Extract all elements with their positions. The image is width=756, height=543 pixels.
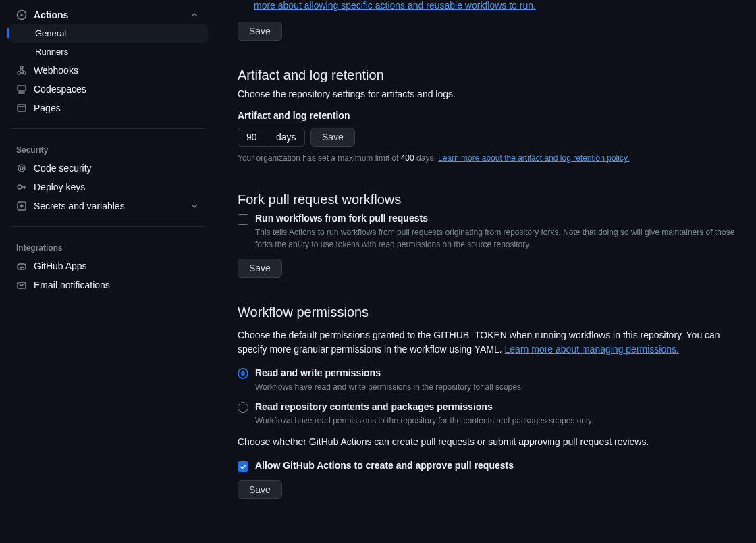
key-icon [16, 182, 27, 192]
run-fork-workflows-checkbox[interactable] [238, 214, 248, 225]
permissions-learn-more-link[interactable]: Learn more about managing permissions. [505, 344, 679, 355]
retention-field-label: Artifact and log retention [238, 110, 740, 121]
retention-learn-more-link[interactable]: Learn more about the artifact and log re… [438, 153, 629, 163]
sidebar-item-label: Code security [34, 163, 200, 174]
svg-point-8 [20, 167, 23, 170]
read-write-radio[interactable] [238, 368, 248, 379]
sidebar-item-actions[interactable]: Actions [8, 5, 208, 24]
svg-point-7 [18, 165, 25, 172]
sidebar-item-label: Codespaces [34, 84, 200, 95]
retention-unit: days [276, 132, 296, 143]
read-only-radio[interactable] [238, 402, 248, 413]
allow-create-approve-checkbox[interactable] [238, 461, 248, 472]
hubot-icon [16, 261, 27, 272]
sidebar-item-deploy-keys[interactable]: Deploy keys [8, 178, 208, 197]
sidebar-item-label: Secrets and variables [34, 201, 182, 211]
save-fork-button[interactable]: Save [238, 259, 282, 278]
checkbox-label: Run workflows from fork pull requests [255, 213, 740, 224]
svg-point-1 [20, 66, 23, 69]
section-description: Choose the repository settings for artif… [238, 88, 740, 99]
workflow-permissions-section: Workflow permissions Choose the default … [238, 305, 740, 499]
approve-description: Choose whether GitHub Actions can create… [238, 435, 740, 449]
artifact-retention-section: Artifact and log retention Choose the re… [238, 68, 740, 165]
radio-description: Workflows have read and write permission… [255, 381, 523, 393]
codespaces-icon [16, 84, 27, 95]
sidebar-item-codespaces[interactable]: Codespaces [8, 80, 208, 99]
check-icon [239, 463, 247, 471]
save-permissions-button[interactable]: Save [238, 480, 282, 499]
sidebar-item-webhooks[interactable]: Webhooks [8, 61, 208, 80]
radio-label: Read repository contents and packages pe… [255, 401, 593, 412]
checkbox-label: Allow GitHub Actions to create and appro… [255, 460, 514, 471]
save-button[interactable]: Save [238, 22, 282, 41]
shield-icon [16, 163, 27, 174]
learn-more-actions-link[interactable]: more about allowing specific actions and… [254, 0, 536, 11]
sidebar-item-pages[interactable]: Pages [8, 99, 208, 118]
radio-label: Read and write permissions [255, 367, 523, 378]
section-heading: Fork pull request workflows [238, 192, 740, 207]
sidebar-item-label: Pages [34, 103, 200, 113]
mail-icon [16, 280, 27, 290]
sidebar-group-integrations: Integrations [5, 238, 211, 257]
sidebar-item-label: GitHub Apps [34, 261, 200, 272]
chevron-down-icon [189, 201, 200, 211]
retention-days-input-wrapper: days [238, 128, 305, 147]
chevron-up-icon [189, 9, 200, 20]
section-heading: Artifact and log retention [238, 68, 740, 83]
svg-rect-4 [18, 86, 26, 90]
fork-workflows-section: Fork pull request workflows Run workflow… [238, 192, 740, 278]
sidebar-item-label: Webhooks [34, 65, 200, 76]
sidebar-subitem-runners[interactable]: Runners [9, 43, 208, 61]
retention-days-input[interactable] [246, 132, 267, 143]
save-retention-button[interactable]: Save [310, 128, 355, 147]
main-content: more about allowing specific actions and… [221, 0, 756, 543]
sidebar-item-email-notifications[interactable]: Email notifications [8, 276, 208, 294]
sidebar-item-github-apps[interactable]: GitHub Apps [8, 257, 208, 276]
svg-point-3 [23, 72, 26, 74]
asterisk-icon [16, 201, 27, 211]
svg-point-2 [18, 72, 20, 74]
section-description: Choose the default permissions granted t… [238, 328, 740, 357]
sidebar-item-label: Deploy keys [34, 182, 200, 192]
section-heading: Workflow permissions [238, 305, 740, 320]
sidebar-item-label: General [35, 28, 66, 38]
checkbox-description: This tells Actions to run workflows from… [255, 226, 740, 251]
radio-description: Workflows have read permissions in the r… [255, 415, 593, 427]
sidebar-item-label: Actions [34, 9, 182, 20]
play-circle-icon [16, 9, 27, 20]
sidebar-item-label: Email notifications [34, 280, 200, 290]
svg-rect-6 [18, 105, 26, 111]
sidebar-group-security: Security [5, 140, 211, 159]
sidebar-item-secrets[interactable]: Secrets and variables [8, 197, 208, 215]
sidebar-item-code-security[interactable]: Code security [8, 159, 208, 178]
svg-point-9 [18, 185, 22, 189]
sidebar-subitem-general[interactable]: General [9, 24, 208, 43]
browser-icon [16, 103, 27, 113]
svg-rect-5 [19, 92, 24, 93]
settings-sidebar: Actions General Runners Webhooks Codespa… [0, 0, 221, 543]
sidebar-item-label: Runners [35, 47, 68, 57]
retention-hint: Your organization has set a maximum limi… [238, 152, 740, 165]
webhook-icon [16, 65, 27, 76]
